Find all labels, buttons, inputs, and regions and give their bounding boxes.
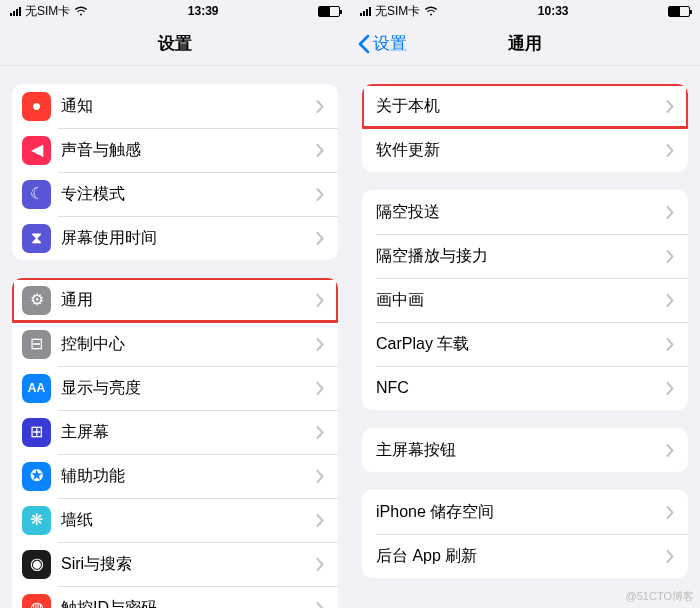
row-label: 显示与亮度	[61, 378, 316, 399]
nav-bar: 设置	[0, 22, 350, 66]
chevron-right-icon	[316, 470, 324, 483]
row-label: 隔空投送	[372, 202, 666, 223]
page-title: 设置	[158, 32, 192, 55]
chevron-right-icon	[316, 188, 324, 201]
row-label: 辅助功能	[61, 466, 316, 487]
chevron-right-icon	[316, 514, 324, 527]
chevron-right-icon	[666, 444, 674, 457]
back-label: 设置	[373, 32, 407, 55]
chevron-right-icon	[666, 206, 674, 219]
chevron-right-icon	[666, 550, 674, 563]
settings-group-1: ●通知◀︎声音与触感☾专注模式⧗屏幕使用时间	[12, 84, 338, 260]
row-label: 控制中心	[61, 334, 316, 355]
row-airdrop[interactable]: 隔空投送	[362, 190, 688, 234]
wifi-icon	[74, 6, 88, 16]
chevron-right-icon	[316, 602, 324, 609]
row-label: 通知	[61, 96, 316, 117]
row-notifications[interactable]: ●通知	[12, 84, 338, 128]
chevron-right-icon	[316, 382, 324, 395]
chevron-right-icon	[666, 250, 674, 263]
signal-icon	[360, 7, 371, 16]
row-label: 墙纸	[61, 510, 316, 531]
row-focus[interactable]: ☾专注模式	[12, 172, 338, 216]
row-home-button[interactable]: 主屏幕按钮	[362, 428, 688, 472]
chevron-right-icon	[316, 558, 324, 571]
speaker-icon: ◀︎	[22, 136, 51, 165]
signal-icon	[10, 7, 21, 16]
carrier-label: 无SIM卡	[375, 3, 420, 20]
general-group-2: 隔空投送隔空播放与接力画中画CarPlay 车载NFC	[362, 190, 688, 410]
row-airplay-handoff[interactable]: 隔空播放与接力	[362, 234, 688, 278]
row-label: 专注模式	[61, 184, 316, 205]
siri-icon: ◉	[22, 550, 51, 579]
row-label: 画中画	[372, 290, 666, 311]
carrier-label: 无SIM卡	[25, 3, 70, 20]
row-label: 主屏幕按钮	[372, 440, 666, 461]
row-carplay[interactable]: CarPlay 车载	[362, 322, 688, 366]
row-label: Siri与搜索	[61, 554, 316, 575]
flower-icon: ❋	[22, 506, 51, 535]
row-label: iPhone 储存空间	[372, 502, 666, 523]
row-pip[interactable]: 画中画	[362, 278, 688, 322]
general-list[interactable]: 关于本机软件更新 隔空投送隔空播放与接力画中画CarPlay 车载NFC 主屏幕…	[350, 66, 700, 608]
row-screentime[interactable]: ⧗屏幕使用时间	[12, 216, 338, 260]
general-screen: 无SIM卡 10:33 设置 通用 关于本机软件更新 隔空投送隔空播放与接力画中…	[350, 0, 700, 608]
general-group-4: iPhone 储存空间后台 App 刷新	[362, 490, 688, 578]
chevron-right-icon	[666, 382, 674, 395]
row-label: CarPlay 车载	[372, 334, 666, 355]
bell-icon: ●	[22, 92, 51, 121]
status-bar: 无SIM卡 13:39	[0, 0, 350, 22]
moon-icon: ☾	[22, 180, 51, 209]
accessibility-icon: ✪	[22, 462, 51, 491]
settings-list[interactable]: ●通知◀︎声音与触感☾专注模式⧗屏幕使用时间 ⚙通用⊟控制中心AA显示与亮度⊞主…	[0, 66, 350, 608]
row-touchid[interactable]: ◍触控ID与密码	[12, 586, 338, 608]
row-label: 屏幕使用时间	[61, 228, 316, 249]
row-background-refresh[interactable]: 后台 App 刷新	[362, 534, 688, 578]
settings-group-2: ⚙通用⊟控制中心AA显示与亮度⊞主屏幕✪辅助功能❋墙纸◉Siri与搜索◍触控ID…	[12, 278, 338, 608]
chevron-right-icon	[666, 144, 674, 157]
chevron-right-icon	[316, 100, 324, 113]
row-control-center[interactable]: ⊟控制中心	[12, 322, 338, 366]
chevron-right-icon	[666, 100, 674, 113]
row-iphone-storage[interactable]: iPhone 储存空间	[362, 490, 688, 534]
row-home-screen[interactable]: ⊞主屏幕	[12, 410, 338, 454]
general-group-3: 主屏幕按钮	[362, 428, 688, 472]
page-title: 通用	[508, 32, 542, 55]
row-label: 声音与触感	[61, 140, 316, 161]
settings-screen: 无SIM卡 13:39 设置 ●通知◀︎声音与触感☾专注模式⧗屏幕使用时间 ⚙通…	[0, 0, 350, 608]
fingerprint-icon: ◍	[22, 594, 51, 609]
row-about[interactable]: 关于本机	[362, 84, 688, 128]
chevron-right-icon	[316, 294, 324, 307]
row-nfc[interactable]: NFC	[362, 366, 688, 410]
chevron-right-icon	[316, 144, 324, 157]
wifi-icon	[424, 6, 438, 16]
chevron-right-icon	[316, 232, 324, 245]
row-accessibility[interactable]: ✪辅助功能	[12, 454, 338, 498]
row-label: NFC	[372, 379, 666, 397]
battery-icon	[318, 6, 340, 17]
nav-bar: 设置 通用	[350, 22, 700, 66]
row-display[interactable]: AA显示与亮度	[12, 366, 338, 410]
hourglass-icon: ⧗	[22, 224, 51, 253]
row-software-update[interactable]: 软件更新	[362, 128, 688, 172]
row-siri[interactable]: ◉Siri与搜索	[12, 542, 338, 586]
row-label: 主屏幕	[61, 422, 316, 443]
chevron-right-icon	[666, 506, 674, 519]
back-button[interactable]: 设置	[358, 32, 407, 55]
row-wallpaper[interactable]: ❋墙纸	[12, 498, 338, 542]
row-label: 关于本机	[372, 96, 666, 117]
row-sound[interactable]: ◀︎声音与触感	[12, 128, 338, 172]
row-label: 触控ID与密码	[61, 598, 316, 609]
chevron-right-icon	[316, 426, 324, 439]
row-general[interactable]: ⚙通用	[12, 278, 338, 322]
watermark: @51CTO博客	[626, 589, 694, 604]
row-label: 通用	[61, 290, 316, 311]
grid-icon: ⊞	[22, 418, 51, 447]
chevron-right-icon	[666, 294, 674, 307]
gear-icon: ⚙	[22, 286, 51, 315]
chevron-right-icon	[316, 338, 324, 351]
text-size-icon: AA	[22, 374, 51, 403]
time-label: 10:33	[538, 4, 569, 18]
chevron-right-icon	[666, 338, 674, 351]
chevron-left-icon	[358, 34, 370, 54]
